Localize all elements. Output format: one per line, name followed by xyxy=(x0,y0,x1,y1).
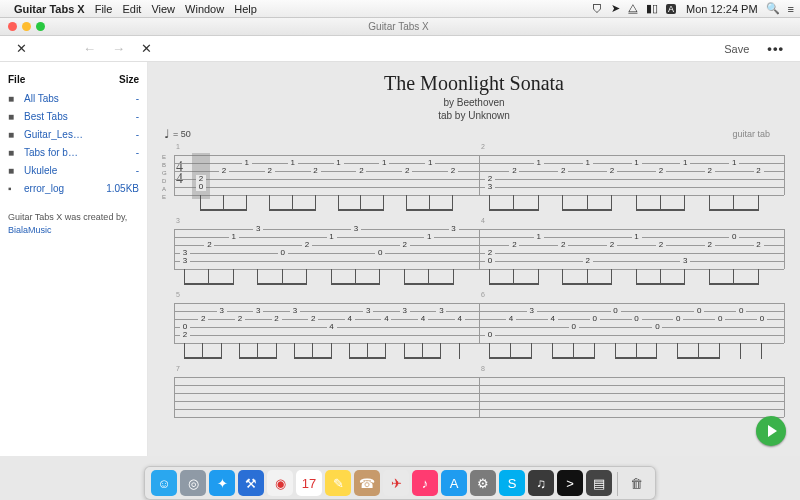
fret-number[interactable]: 1 xyxy=(327,233,337,241)
fret-number[interactable]: 0 xyxy=(729,233,739,241)
sidebar-row[interactable]: ■Ukulele- xyxy=(8,161,139,179)
fret-number[interactable]: 0 xyxy=(590,315,600,323)
fret-number[interactable]: 2 xyxy=(219,167,229,175)
fret-number[interactable]: 4 xyxy=(548,315,558,323)
close-tab-icon[interactable]: ✕ xyxy=(8,41,35,56)
fret-number[interactable]: 1 xyxy=(583,159,593,167)
fret-number[interactable]: 2 xyxy=(265,167,275,175)
fret-number[interactable]: 2 xyxy=(656,167,666,175)
dock-chrome-icon[interactable]: ◉ xyxy=(267,470,293,496)
tab-canvas[interactable]: The Moonlight Sonata by Beethoven tab by… xyxy=(148,62,800,456)
fret-number[interactable]: 4 xyxy=(455,315,465,323)
dock-skype-icon[interactable]: S xyxy=(499,470,525,496)
fret-number[interactable]: 3 xyxy=(436,307,446,315)
fret-number[interactable]: 3 xyxy=(363,307,373,315)
fret-number[interactable]: 2 xyxy=(400,241,410,249)
fret-number[interactable]: 1 xyxy=(632,233,642,241)
fret-number[interactable]: 3 xyxy=(351,225,361,233)
fret-number[interactable]: 2 xyxy=(302,241,312,249)
dock-contacts-icon[interactable]: ☎ xyxy=(354,470,380,496)
fret-number[interactable]: 0 xyxy=(736,307,746,315)
sidebar-row[interactable]: ■Best Tabs- xyxy=(8,107,139,125)
window-minimize[interactable] xyxy=(22,22,31,31)
dock-appstore-icon[interactable]: A xyxy=(441,470,467,496)
fret-number[interactable]: 3 xyxy=(180,257,190,265)
menu-edit[interactable]: Edit xyxy=(122,3,141,15)
fret-number[interactable]: 1 xyxy=(729,159,739,167)
fret-number[interactable]: 2 xyxy=(198,315,208,323)
fret-number[interactable]: 2 xyxy=(204,241,214,249)
dock-xcode-icon[interactable]: ⚒ xyxy=(238,470,264,496)
menu-view[interactable]: View xyxy=(151,3,175,15)
fret-number[interactable]: 2 xyxy=(705,241,715,249)
sidebar-row[interactable]: ▪error_log1.05KB xyxy=(8,179,139,197)
fret-number[interactable]: 2 xyxy=(311,167,321,175)
fret-number[interactable]: 3 xyxy=(290,307,300,315)
tab-staff[interactable] xyxy=(174,229,784,269)
fret-number[interactable]: 3 xyxy=(680,257,690,265)
fret-number[interactable]: 2 xyxy=(705,167,715,175)
menu-window[interactable]: Window xyxy=(185,3,224,15)
fret-number[interactable]: 1 xyxy=(334,159,344,167)
fret-number[interactable]: 4 xyxy=(418,315,428,323)
fret-number[interactable]: 3 xyxy=(449,225,459,233)
fret-number[interactable]: 2 xyxy=(356,167,366,175)
fret-number[interactable]: 0 xyxy=(485,331,495,339)
dock-preferences-icon[interactable]: ⚙ xyxy=(470,470,496,496)
sidebar-row[interactable]: ■Guitar_Les…- xyxy=(8,125,139,143)
dock-calendar-icon[interactable]: 17 xyxy=(296,470,322,496)
dock-trash-icon[interactable]: 🗑 xyxy=(623,470,649,496)
fret-number[interactable]: 0 xyxy=(569,323,579,331)
fret-number[interactable]: 2 xyxy=(583,257,593,265)
fret-number[interactable]: 0 xyxy=(278,249,288,257)
sidebar-row[interactable]: ■All Tabs- xyxy=(8,89,139,107)
fret-number[interactable]: 4 xyxy=(506,315,516,323)
fret-number[interactable]: 2 xyxy=(180,331,190,339)
fret-number[interactable]: 3 xyxy=(400,307,410,315)
play-button[interactable] xyxy=(756,416,786,446)
shield-icon[interactable]: ⛉ xyxy=(592,3,603,15)
nav-back-icon[interactable]: ← xyxy=(75,41,104,56)
dock-finder-icon[interactable]: ☺ xyxy=(151,470,177,496)
more-icon[interactable]: ••• xyxy=(759,41,792,56)
nav-forward-icon[interactable]: → xyxy=(104,41,133,56)
tab-staff[interactable] xyxy=(174,155,784,195)
fret-number[interactable]: 1 xyxy=(534,159,544,167)
dock-safari-icon[interactable]: ✦ xyxy=(209,470,235,496)
fret-number[interactable]: 4 xyxy=(381,315,391,323)
window-zoom[interactable] xyxy=(36,22,45,31)
fret-number[interactable]: 2 xyxy=(754,241,764,249)
fret-number[interactable]: 3 xyxy=(253,225,263,233)
close-page-icon[interactable]: ✕ xyxy=(133,41,160,56)
fret-number[interactable]: 4 xyxy=(327,323,337,331)
fret-number[interactable]: 0 xyxy=(611,307,621,315)
location-icon[interactable]: ➤ xyxy=(611,2,620,15)
fret-number[interactable]: 2 xyxy=(448,167,458,175)
spotlight-icon[interactable]: 🔍 xyxy=(766,2,780,15)
dock-guitar-icon[interactable]: ♫ xyxy=(528,470,554,496)
fret-number[interactable]: 2 xyxy=(272,315,282,323)
fret-number[interactable]: 0 xyxy=(375,249,385,257)
fret-number[interactable]: 2 xyxy=(558,167,568,175)
fret-number[interactable]: 1 xyxy=(288,159,298,167)
menu-help[interactable]: Help xyxy=(234,3,257,15)
dock-launchpad-icon[interactable]: ◎ xyxy=(180,470,206,496)
fret-number[interactable]: 0 xyxy=(632,315,642,323)
fret-number[interactable]: 3 xyxy=(527,307,537,315)
fret-number[interactable]: 0 xyxy=(694,307,704,315)
fret-number[interactable]: 1 xyxy=(632,159,642,167)
fret-number[interactable]: 1 xyxy=(534,233,544,241)
fret-number[interactable]: 2 xyxy=(607,241,617,249)
menu-icon[interactable]: ≡ xyxy=(788,3,794,15)
dock-activity-icon[interactable]: ▤ xyxy=(586,470,612,496)
fret-number[interactable]: 2 xyxy=(558,241,568,249)
fret-number[interactable]: 1 xyxy=(229,233,239,241)
dock-maps-icon[interactable]: ✈ xyxy=(383,470,409,496)
fret-number[interactable]: 3 xyxy=(217,307,227,315)
fret-number[interactable]: 0 xyxy=(196,183,206,191)
fret-number[interactable]: 0 xyxy=(673,315,683,323)
fret-number[interactable]: 2 xyxy=(235,315,245,323)
wifi-icon[interactable]: ⧋ xyxy=(628,2,638,15)
dock-notes-icon[interactable]: ✎ xyxy=(325,470,351,496)
fret-number[interactable]: 2 xyxy=(509,241,519,249)
